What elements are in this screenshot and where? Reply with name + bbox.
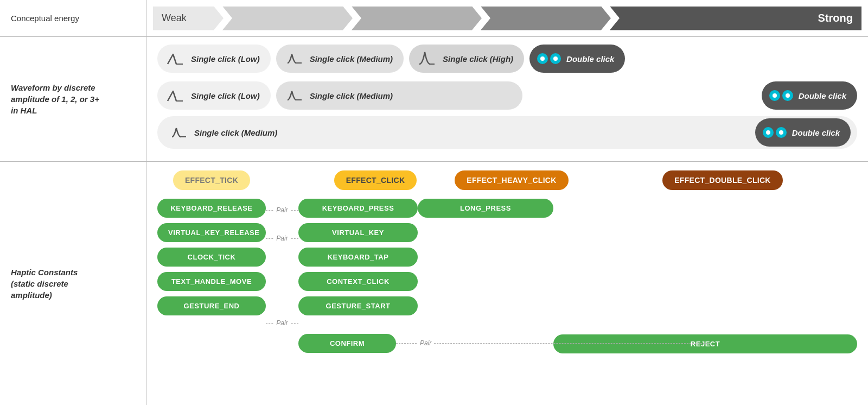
conceptual-energy-label: Conceptual energy: [0, 0, 146, 37]
effect-row: EFFECT_TICK EFFECT_CLICK EFFECT_HEAVY_CL…: [157, 170, 857, 190]
energy-seg-weak: Weak: [153, 7, 224, 30]
double-click-icon-3: [763, 127, 787, 138]
text-handle-move-pill[interactable]: TEXT_HANDLE_MOVE: [157, 272, 266, 291]
waveform-row-1: Single click (Low) Single click (Medium): [157, 42, 857, 75]
main-container: Conceptual energy Waveform by discrete a…: [0, 0, 868, 405]
energy-seg-strong: Strong: [610, 7, 861, 30]
wf-pill-double-3: Double click: [755, 118, 851, 147]
context-click-pill[interactable]: CONTEXT_CLICK: [298, 272, 418, 291]
keyboard-press-pill[interactable]: KEYBOARD_PRESS: [298, 199, 418, 218]
energy-seg-4: [481, 7, 611, 30]
no-pair-3: [266, 255, 298, 278]
clock-tick-pill[interactable]: CLOCK_TICK: [157, 248, 266, 267]
confirm-pair-line: Pair: [396, 332, 433, 355]
waveform-section: Single click (Low) Single click (Medium): [146, 37, 868, 162]
energy-seg-2: [222, 7, 353, 30]
double-click-icon-1: [537, 53, 561, 64]
wf-label-double-2: Double click: [799, 91, 846, 100]
wf-label-high-1: Single click (High): [443, 54, 513, 64]
wf-pill-med-1: Single click (Medium): [276, 45, 404, 73]
haptic-col-3: LONG_PRESS: [418, 199, 553, 218]
confirm-pill[interactable]: CONFIRM: [298, 334, 396, 353]
haptic-col-2: KEYBOARD_PRESS VIRTUAL_KEY KEYBOARD_TAP …: [298, 199, 418, 355]
pair-2: Pair: [266, 227, 298, 250]
haptic-section: EFFECT_TICK EFFECT_CLICK EFFECT_HEAVY_CL…: [146, 162, 868, 405]
long-press-pill[interactable]: LONG_PRESS: [418, 199, 553, 218]
keyboard-tap-pill[interactable]: KEYBOARD_TAP: [298, 248, 418, 267]
wf-icon-low-2: [165, 85, 186, 106]
haptic-col-1: KEYBOARD_RELEASE VIRTUAL_KEY_RELEASE CLO…: [157, 199, 266, 315]
effect-heavy-click[interactable]: EFFECT_HEAVY_CLICK: [455, 170, 568, 190]
wf-pill-high-1: Single click (High): [409, 45, 524, 73]
wf-icon-med-3: [168, 122, 189, 143]
haptic-columns: KEYBOARD_RELEASE VIRTUAL_KEY_RELEASE CLO…: [157, 199, 857, 355]
wf-pill-double-2: Double click: [762, 81, 857, 110]
wf-pill-low-2: Single click (Low): [157, 81, 271, 110]
keyboard-release-pill[interactable]: KEYBOARD_RELEASE: [157, 199, 266, 218]
pair-1: Pair: [266, 199, 298, 222]
wf-pill-med-2: Single click (Medium): [276, 81, 522, 110]
waveform-row-3: Single click (Medium) Double click: [157, 116, 857, 149]
wf-label-med-2: Single click (Medium): [310, 91, 393, 100]
waveform-row-2: Single click (Low) Single click (Medium): [157, 79, 857, 112]
energy-seg-3: [352, 7, 482, 30]
wf-label-med-3: Single click (Medium): [194, 128, 277, 137]
effect-double-click[interactable]: EFFECT_DOUBLE_CLICK: [662, 170, 783, 190]
virtual-key-pill[interactable]: VIRTUAL_KEY: [298, 223, 418, 242]
effect-tick[interactable]: EFFECT_TICK: [173, 170, 250, 190]
wf-icon-low-1: [165, 48, 186, 69]
pair-3: Pair: [266, 312, 298, 334]
wf-icon-high-1: [417, 48, 437, 69]
wf-icon-med-2: [284, 85, 304, 106]
effect-click[interactable]: EFFECT_CLICK: [334, 170, 417, 190]
wf-label-low-2: Single click (Low): [191, 91, 260, 100]
right-content: Weak Strong: [146, 0, 868, 405]
haptic-col-4: REJECT: [553, 199, 857, 353]
wf-label-double-3: Double click: [792, 128, 840, 137]
wf-label-double-1: Double click: [566, 54, 614, 64]
confirm-row: CONFIRM Pair: [298, 332, 418, 355]
gesture-end-pill[interactable]: GESTURE_END: [157, 296, 266, 315]
double-click-icon-2: [769, 90, 793, 101]
haptic-pair-connectors: Pair Pair Pair: [266, 199, 298, 334]
wf-label-low-1: Single click (Low): [191, 54, 260, 64]
wf-label-med-1: Single click (Medium): [310, 54, 393, 64]
reject-pill[interactable]: REJECT: [553, 334, 857, 353]
wf-row3-medium: Single click (Medium): [168, 122, 750, 143]
haptic-label: Haptic Constants (static discrete amplit…: [0, 162, 146, 405]
waveform-label: Waveform by discrete amplitude of 1, 2, …: [0, 37, 146, 162]
left-labels: Conceptual energy Waveform by discrete a…: [0, 0, 146, 405]
wf-pill-low-1: Single click (Low): [157, 45, 271, 73]
gesture-start-pill[interactable]: GESTURE_START: [298, 296, 418, 315]
no-pair-4: [266, 283, 298, 306]
wf-pill-double-1: Double click: [529, 45, 625, 73]
energy-bar-row: Weak Strong: [146, 0, 868, 37]
virtual-key-release-pill[interactable]: VIRTUAL_KEY_RELEASE: [157, 223, 266, 242]
wf-icon-med-1: [284, 48, 304, 69]
